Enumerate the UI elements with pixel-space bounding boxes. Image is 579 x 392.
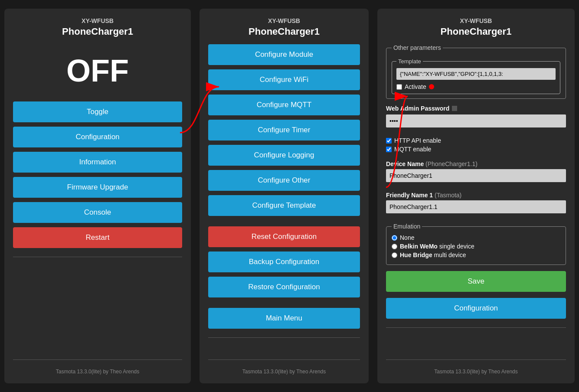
left-device-name: PhoneCharger1: [13, 26, 182, 37]
other-params-fieldset: Other parameters Template Activate: [386, 44, 566, 99]
restore-configuration-button[interactable]: Restore Configuration: [208, 277, 360, 297]
friendly-name-label: Friendly Name 1: [386, 192, 433, 199]
middle-footer: Tasmota 13.3.0(lite) by Theo Arends: [208, 359, 360, 375]
emulation-belkin-radio[interactable]: [392, 244, 397, 249]
web-admin-label: Web Admin Password: [386, 105, 449, 112]
restart-button[interactable]: Restart: [13, 227, 182, 248]
middle-model: XY-WFUSB: [208, 17, 360, 24]
reset-configuration-button[interactable]: Reset Configuration: [208, 226, 360, 247]
configure-template-button[interactable]: Configure Template: [208, 195, 360, 216]
save-button[interactable]: Save: [386, 271, 566, 292]
left-model: XY-WFUSB: [13, 17, 182, 24]
left-footer: Tasmota 13.3.0(lite) by Theo Arends: [13, 359, 182, 375]
mqtt-checkbox[interactable]: [386, 147, 392, 152]
web-admin-icon: [452, 106, 457, 111]
emulation-belkin-label: Belkin WeMo single device: [400, 243, 474, 250]
backup-configuration-button[interactable]: Backup Configuration: [208, 252, 360, 272]
configure-timer-button[interactable]: Configure Timer: [208, 120, 360, 140]
other-params-legend: Other parameters: [392, 44, 443, 51]
device-name-sub: (PhoneCharger1.1): [425, 160, 478, 167]
emulation-hue-label: Hue Bridge multi device: [400, 252, 466, 258]
friendly-name-input[interactable]: [386, 200, 566, 213]
configure-wifi-button[interactable]: Configure WiFi: [208, 69, 360, 90]
right-device-name: PhoneCharger1: [386, 26, 566, 37]
emulation-hue-radio[interactable]: [392, 252, 397, 258]
template-input[interactable]: [396, 68, 556, 80]
firmware-upgrade-button[interactable]: Firmware Upgrade: [13, 177, 182, 198]
configuration-button[interactable]: Configuration: [13, 127, 182, 147]
web-admin-input[interactable]: [386, 114, 566, 127]
activate-label: Activate: [405, 83, 426, 90]
configure-other-button[interactable]: Configure Other: [208, 170, 360, 191]
emulation-fieldset: Emulation None Belkin WeMo single device…: [386, 223, 566, 265]
emulation-none-radio[interactable]: [392, 235, 397, 241]
left-panel: XY-WFUSB PhoneCharger1 OFF Toggle Config…: [4, 9, 191, 383]
toggle-button[interactable]: Toggle: [13, 101, 182, 122]
http-api-checkbox[interactable]: [386, 138, 392, 144]
middle-device-name: PhoneCharger1: [208, 26, 360, 37]
red-dot-indicator: [429, 84, 434, 89]
mqtt-label: MQTT enable: [394, 146, 431, 153]
middle-panel: XY-WFUSB PhoneCharger1 Configure Module …: [200, 9, 369, 383]
template-fieldset: Template Activate: [392, 58, 560, 94]
configure-logging-button[interactable]: Configure Logging: [208, 145, 360, 166]
template-legend: Template: [396, 58, 423, 65]
device-name-label: Device Name: [386, 160, 424, 167]
http-api-label: HTTP API enable: [394, 137, 441, 144]
right-footer: Tasmota 13.3.0(lite) by Theo Arends: [386, 359, 566, 375]
device-status: OFF: [13, 53, 182, 88]
right-configuration-button[interactable]: Configuration: [386, 298, 566, 319]
right-model: XY-WFUSB: [386, 17, 566, 24]
configure-mqtt-button[interactable]: Configure MQTT: [208, 95, 360, 115]
activate-checkbox[interactable]: [396, 84, 402, 90]
main-menu-button[interactable]: Main Menu: [208, 308, 360, 329]
friendly-name-sub: (Tasmota): [435, 192, 461, 199]
console-button[interactable]: Console: [13, 202, 182, 223]
information-button[interactable]: Information: [13, 152, 182, 173]
configure-module-button[interactable]: Configure Module: [208, 44, 360, 65]
device-name-input[interactable]: [386, 169, 566, 182]
emulation-none-label: None: [400, 234, 414, 241]
right-panel: XY-WFUSB PhoneCharger1 Other parameters …: [377, 9, 575, 383]
emulation-legend: Emulation: [392, 223, 422, 230]
